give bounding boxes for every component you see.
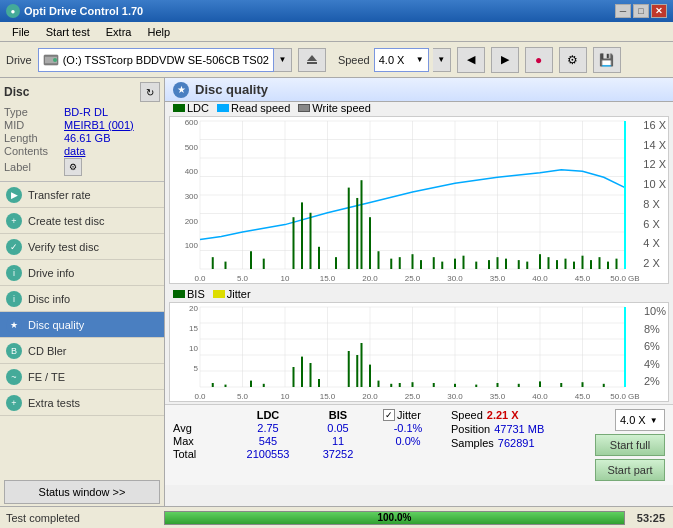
minimize-button[interactable]: ─ — [615, 4, 631, 18]
stats-empty — [173, 409, 223, 421]
menu-start-test[interactable]: Start test — [38, 25, 98, 39]
drive-dropdown-arrow[interactable]: ▼ — [274, 48, 292, 72]
sidebar-item-label: Extra tests — [28, 397, 80, 409]
menu-bar: File Start test Extra Help — [0, 22, 673, 42]
write-speed-legend: Write speed — [298, 102, 371, 114]
jitter-legend: Jitter — [213, 288, 251, 300]
status-window-button[interactable]: Status window >> — [4, 480, 160, 504]
stats-total-row: Total 2100553 37252 — [173, 448, 433, 460]
eject-icon — [305, 53, 319, 67]
title-bar: ● Opti Drive Control 1.70 ─ □ ✕ — [0, 0, 673, 22]
disc-quality-header: ★ Disc quality — [165, 78, 673, 102]
stats-total-jitter — [383, 448, 433, 460]
sidebar-item-disc-info[interactable]: i Disc info — [0, 286, 164, 312]
sidebar-item-cd-bler[interactable]: B CD Bler — [0, 338, 164, 364]
jitter-checkbox-row[interactable]: ✓ Jitter — [383, 409, 421, 421]
speed-stat-label: Speed — [451, 409, 483, 421]
disc-contents-value[interactable]: data — [64, 145, 85, 157]
start-full-button[interactable]: Start full — [595, 434, 665, 456]
svg-point-2 — [53, 58, 57, 62]
prev-button[interactable]: ◀ — [457, 47, 485, 73]
disc-quality-icon: ★ — [6, 317, 22, 333]
sidebar-item-transfer-rate[interactable]: ▶ Transfer rate — [0, 182, 164, 208]
position-row: Position 47731 MB — [451, 423, 544, 435]
speed-position-stats: Speed 2.21 X Position 47731 MB Samples 7… — [451, 409, 544, 449]
fe-te-icon: ~ — [6, 369, 22, 385]
sidebar-item-verify-test-disc[interactable]: ✓ Verify test disc — [0, 234, 164, 260]
disc-label-icon-button[interactable]: ⚙ — [64, 158, 82, 176]
verify-test-disc-icon: ✓ — [6, 239, 22, 255]
speed-select[interactable]: 4.0 X ▼ — [374, 48, 429, 72]
speed-select-arrow: ▼ — [650, 416, 658, 425]
jitter-color — [213, 290, 225, 298]
stats-max-label: Max — [173, 435, 223, 447]
read-speed-legend: Read speed — [217, 102, 290, 114]
sidebar-item-label: CD Bler — [28, 345, 67, 357]
stats-bis-header: BIS — [313, 409, 363, 421]
samples-label: Samples — [451, 437, 494, 449]
color-button[interactable]: ● — [525, 47, 553, 73]
svg-marker-3 — [307, 55, 317, 61]
save-button[interactable]: 💾 — [593, 47, 621, 73]
ldc-label: LDC — [187, 102, 209, 114]
bottom-chart — [170, 303, 660, 401]
speed-row: Speed 2.21 X — [451, 409, 544, 421]
cd-bler-icon: B — [6, 343, 22, 359]
disc-type-label: Type — [4, 106, 64, 118]
menu-file[interactable]: File — [4, 25, 38, 39]
sidebar-item-drive-info[interactable]: i Drive info — [0, 260, 164, 286]
menu-help[interactable]: Help — [139, 25, 178, 39]
stats-ldc-header: LDC — [243, 409, 293, 421]
sidebar-item-extra-tests[interactable]: + Extra tests — [0, 390, 164, 416]
sidebar-item-create-test-disc[interactable]: + Create test disc — [0, 208, 164, 234]
speed-dropdown-arrow[interactable]: ▼ — [433, 48, 451, 72]
svg-rect-4 — [307, 62, 317, 64]
disc-mid-label: MID — [4, 119, 64, 131]
speed-stat-value: 2.21 X — [487, 409, 519, 421]
disc-length-row: Length 46.61 GB — [4, 132, 160, 144]
sidebar-item-label: FE / TE — [28, 371, 65, 383]
settings-button[interactable]: ⚙ — [559, 47, 587, 73]
stats-area: LDC BIS ✓ Jitter Avg 2.75 0.05 -0.1% Max… — [165, 404, 673, 485]
chart-legend-bottom: BIS Jitter — [165, 288, 673, 302]
disc-refresh-button[interactable]: ↻ — [140, 82, 160, 102]
window-controls[interactable]: ─ □ ✕ — [615, 4, 667, 18]
jitter-checkbox[interactable]: ✓ — [383, 409, 395, 421]
disc-quality-title: Disc quality — [195, 82, 268, 97]
stats-max-row: Max 545 11 0.0% — [173, 435, 433, 447]
menu-extra[interactable]: Extra — [98, 25, 140, 39]
disc-length-value: 46.61 GB — [64, 132, 110, 144]
start-part-button[interactable]: Start part — [595, 459, 665, 481]
maximize-button[interactable]: □ — [633, 4, 649, 18]
sidebar-item-fe-te[interactable]: ~ FE / TE — [0, 364, 164, 390]
sidebar-item-label: Create test disc — [28, 215, 104, 227]
main-layout: Disc ↻ Type BD-R DL MID MEIRB1 (001) Len… — [0, 78, 673, 506]
disc-contents-row: Contents data — [4, 145, 160, 157]
stats-max-bis: 11 — [313, 435, 363, 447]
progress-container: 100.0% — [164, 511, 625, 525]
disc-type-value: BD-R DL — [64, 106, 108, 118]
close-button[interactable]: ✕ — [651, 4, 667, 18]
stats-avg-jitter: -0.1% — [383, 422, 433, 434]
sidebar-item-label: Transfer rate — [28, 189, 91, 201]
eject-button[interactable] — [298, 48, 326, 72]
speed-select-small[interactable]: 4.0 X ▼ — [615, 409, 665, 431]
drive-select[interactable]: (O:) TSSTcorp BDDVDW SE-506CB TS02 — [38, 48, 274, 72]
sidebar-item-label: Drive info — [28, 267, 74, 279]
disc-info-icon: i — [6, 291, 22, 307]
sidebar-item-label: Disc info — [28, 293, 70, 305]
disc-mid-value[interactable]: MEIRB1 (001) — [64, 119, 134, 131]
next-button[interactable]: ▶ — [491, 47, 519, 73]
disc-label-row: Label ⚙ — [4, 158, 160, 176]
sidebar-item-disc-quality[interactable]: ★ Disc quality — [0, 312, 164, 338]
jitter-label: Jitter — [227, 288, 251, 300]
position-label: Position — [451, 423, 490, 435]
drive-name: (O:) TSSTcorp BDDVDW SE-506CB TS02 — [63, 54, 269, 66]
drive-icon — [43, 52, 59, 68]
bis-label: BIS — [187, 288, 205, 300]
stats-avg-row: Avg 2.75 0.05 -0.1% — [173, 422, 433, 434]
chart-legend-top: LDC Read speed Write speed — [165, 102, 673, 116]
stats-max-ldc: 545 — [243, 435, 293, 447]
ldc-legend: LDC — [173, 102, 209, 114]
status-bar: Test completed 100.0% 53:25 — [0, 506, 673, 528]
